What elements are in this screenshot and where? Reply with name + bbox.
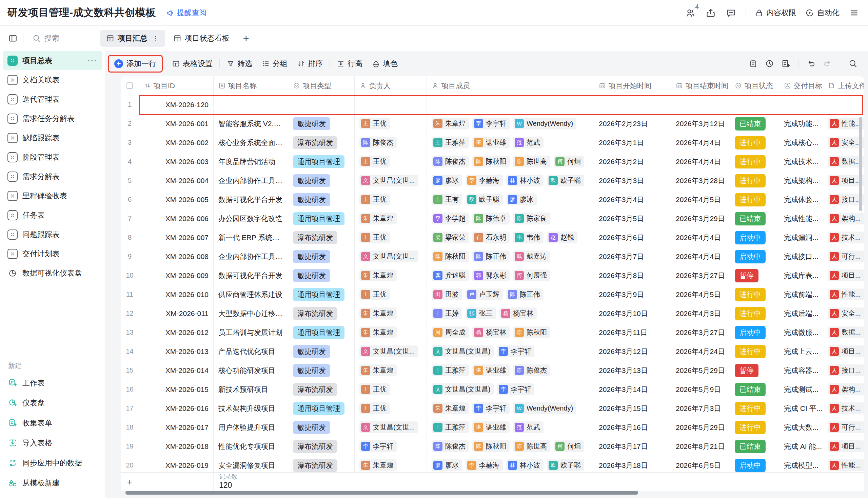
searchsm-icon[interactable] bbox=[847, 58, 858, 69]
cell-end-date[interactable]: 2026年4月4日 bbox=[671, 133, 730, 152]
add-row-button[interactable]: + 添加一行 bbox=[114, 58, 156, 69]
new-item-3[interactable]: 收集表单 bbox=[3, 413, 102, 433]
cell-project-id[interactable]: XM-2026-014 bbox=[139, 361, 214, 380]
redo-icon[interactable] bbox=[821, 58, 833, 69]
cell-start-date[interactable]: 2026年3月18日 bbox=[594, 456, 671, 472]
cell-goal[interactable]: 完成测试... bbox=[779, 380, 823, 399]
cell-project-type[interactable]: 敏捷研发 bbox=[288, 361, 355, 380]
cell-file[interactable]: 人架构... bbox=[823, 209, 864, 228]
cell-file[interactable]: 人数据... bbox=[823, 152, 864, 171]
cell-goal[interactable]: 完成库表... bbox=[779, 266, 823, 285]
cell-end-date[interactable]: 2026年4月4日 bbox=[671, 247, 730, 266]
cell-owner[interactable]: 文文世昌(文世... bbox=[355, 171, 427, 190]
cell-end-date[interactable]: 2026年3月27日 bbox=[671, 323, 730, 342]
cell-goal[interactable]: 完成 AI 能... bbox=[779, 437, 823, 456]
cell-status[interactable]: 进行中 bbox=[730, 304, 779, 323]
column-header-9[interactable]: 交付目标 bbox=[779, 76, 823, 95]
row-number[interactable]: 5 bbox=[121, 171, 139, 190]
cell-members[interactable]: 文文世昌(文世昌)李李宇轩 bbox=[427, 342, 594, 361]
cell-status[interactable]: 已结束 bbox=[730, 114, 779, 133]
cell-project-type[interactable]: 敏捷研发 bbox=[288, 266, 355, 285]
cell-project-id[interactable]: XM-2026-016 bbox=[139, 399, 214, 418]
cell-start-date[interactable]: 2026年3月14日 bbox=[594, 380, 671, 399]
comment-icon[interactable] bbox=[725, 7, 737, 19]
cell-goal[interactable]: 完成大数... bbox=[779, 418, 823, 437]
sidebar-item-9[interactable]: 任务表 bbox=[3, 206, 102, 225]
row-number[interactable]: 11 bbox=[121, 285, 139, 304]
cell-owner[interactable]: 王王优 bbox=[355, 114, 427, 133]
cell-status[interactable]: 已结束 bbox=[730, 209, 779, 228]
cell-project-name[interactable]: 年度品牌营销活动 bbox=[214, 152, 288, 171]
sidebar-item-7[interactable]: 需求分解表 bbox=[3, 167, 102, 186]
cell-start-date[interactable]: 2026年3月4日 bbox=[594, 190, 671, 209]
cell-file[interactable]: 人接口... bbox=[823, 190, 864, 209]
cell-file[interactable]: 人技术... bbox=[823, 399, 864, 418]
cell-goal[interactable]: 完成架构... bbox=[779, 171, 823, 190]
cell-goal[interactable]: 完成体验... bbox=[779, 190, 823, 209]
cell-members[interactable]: 梁梁家荣石石永明韦韦伟赵赵锐 bbox=[427, 228, 594, 247]
cell-owner[interactable]: 王王优 bbox=[355, 190, 427, 209]
sidebar-item-2[interactable]: 文档关联表 bbox=[3, 70, 102, 90]
cell-project-type[interactable]: 通用项目管理 bbox=[288, 209, 355, 228]
new-item-6[interactable]: 从模板新建 bbox=[3, 473, 102, 493]
column-header-6[interactable]: 项目开始时间 bbox=[594, 76, 671, 95]
collaborators-button[interactable]: 4 bbox=[685, 7, 696, 19]
cell-owner[interactable] bbox=[355, 95, 427, 114]
row-number[interactable]: 16 bbox=[121, 380, 139, 399]
cell-status[interactable]: 暂停 bbox=[730, 361, 779, 380]
select-all-checkbox[interactable] bbox=[121, 76, 139, 95]
toolbar-button-6[interactable]: 填色 bbox=[372, 58, 398, 69]
cell-project-name[interactable]: 性能优化专项项目 bbox=[214, 437, 288, 456]
vertical-scrollbar[interactable] bbox=[859, 117, 862, 211]
row-number[interactable]: 7 bbox=[121, 209, 139, 228]
row-number[interactable]: 6 bbox=[121, 190, 139, 209]
row-number[interactable]: 20 bbox=[121, 456, 139, 472]
horizontal-scrollbar[interactable] bbox=[126, 491, 638, 495]
cell-project-type[interactable]: 敏捷研发 bbox=[288, 114, 355, 133]
cell-status[interactable]: 进行中 bbox=[730, 190, 779, 209]
sidebar-item-12[interactable]: 数据可视化仪表盘 bbox=[3, 263, 102, 283]
column-header-2[interactable]: 项目名称 bbox=[214, 76, 288, 95]
add-row-footer-button[interactable]: + bbox=[121, 473, 139, 491]
cell-status[interactable]: 进行中 bbox=[730, 418, 779, 437]
cell-status[interactable]: 进行中 bbox=[730, 171, 779, 190]
cell-project-id[interactable]: XM-2026-001 bbox=[139, 114, 214, 133]
cell-members[interactable]: 朱朱章煌李李宇轩WWendy(Wendy) bbox=[427, 399, 594, 418]
cell-start-date[interactable]: 2026年3月16日 bbox=[594, 418, 671, 437]
cell-status[interactable] bbox=[730, 95, 779, 114]
cell-project-type[interactable]: 通用项目管理 bbox=[288, 399, 355, 418]
row-number[interactable]: 9 bbox=[121, 247, 139, 266]
cell-project-id[interactable]: XM-2026-005 bbox=[139, 190, 214, 209]
cell-owner[interactable]: 朱朱章煌 bbox=[355, 209, 427, 228]
cell-goal[interactable]: 完成核心... bbox=[779, 133, 823, 152]
cell-members[interactable]: 王王有欧欧子聪廖廖冰 bbox=[427, 190, 594, 209]
cell-members[interactable]: 朱朱章煌李李宇轩WWendy(Wendy) bbox=[427, 114, 594, 133]
row-number[interactable]: 2 bbox=[121, 114, 139, 133]
cell-project-id[interactable]: XM-2026-013 bbox=[139, 342, 214, 361]
cell-project-name[interactable] bbox=[214, 95, 288, 114]
cell-status[interactable]: 进行中 bbox=[730, 399, 779, 418]
search-input[interactable]: 搜索 bbox=[32, 33, 59, 43]
cell-members[interactable]: 龚龚述聪郭郭永彬何何展强 bbox=[427, 266, 594, 285]
cell-project-type[interactable]: 通用项目管理 bbox=[288, 323, 355, 342]
cell-start-date[interactable]: 2026年3月17日 bbox=[594, 437, 671, 456]
cell-project-type[interactable]: 瀑布流研发 bbox=[288, 228, 355, 247]
cell-owner[interactable]: 王王优 bbox=[355, 380, 427, 399]
cell-end-date[interactable]: 2026年4月4日 bbox=[671, 152, 730, 171]
cell-status[interactable]: 启动中 bbox=[730, 228, 779, 247]
cell-members[interactable]: 王王婷张张三杨杨宝林 bbox=[427, 304, 594, 323]
cell-start-date[interactable]: 2026年3月12日 bbox=[594, 342, 671, 361]
cell-start-date[interactable]: 2026年3月6日 bbox=[594, 228, 671, 247]
sidebar-item-8[interactable]: 里程碑验收表 bbox=[3, 186, 102, 206]
sidebar-item-5[interactable]: 缺陷跟踪表 bbox=[3, 128, 102, 147]
cell-owner[interactable]: 朱朱章煌 bbox=[355, 304, 427, 323]
cell-project-name[interactable]: 供应商管理体系建设 bbox=[214, 285, 288, 304]
cell-project-name[interactable]: 核心功能研发项目 bbox=[214, 361, 288, 380]
cell-status[interactable]: 进行中 bbox=[730, 152, 779, 171]
cell-project-type[interactable]: 敏捷研发 bbox=[288, 418, 355, 437]
row-number[interactable]: 8 bbox=[121, 228, 139, 247]
cell-goal[interactable]: 完成性能... bbox=[779, 209, 823, 228]
cell-project-id[interactable]: XM-2026-002 bbox=[139, 133, 214, 152]
column-header-5[interactable]: 项目成员 bbox=[427, 76, 594, 95]
sidebar-item-6[interactable]: 阶段管理表 bbox=[3, 147, 102, 167]
